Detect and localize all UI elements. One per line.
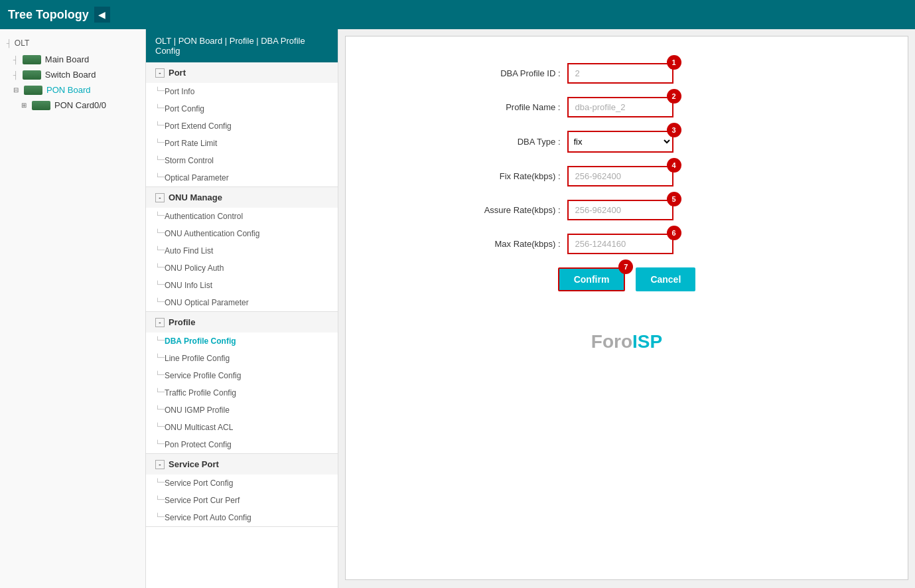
form-row-dba-profile-id: DBA Profile ID : 1: [428, 63, 826, 84]
main-board-icon: [23, 55, 41, 64]
pon-card-expand: ⊞: [21, 102, 27, 109]
form-row-profile-name: Profile Name : 2: [428, 97, 826, 117]
watermark-foro: Foro: [591, 331, 632, 352]
confirm-btn-wrapper: 7 Confirm: [558, 267, 626, 291]
port-expand-icon: -: [155, 68, 165, 78]
step-badge-7: 7: [618, 259, 633, 274]
pon-board-icon: [24, 86, 42, 95]
input-wrapper-profile-name: 2: [567, 97, 673, 117]
menu-item-storm-control[interactable]: Storm Control: [146, 152, 338, 169]
section-onu-manage-header[interactable]: - ONU Manage: [146, 187, 338, 208]
menu-item-port-config[interactable]: Port Config: [146, 100, 338, 117]
app-header: Tree Topology ◀: [0, 0, 915, 29]
watermark: ForoISP: [428, 331, 826, 352]
switch-board-icon: [23, 70, 41, 80]
main-board-label: Main Board: [45, 54, 89, 64]
form-row-assure-rate: Assure Rate(kbps) : 5: [428, 200, 826, 220]
pon-board-expand: ⊟: [13, 86, 19, 94]
menu-item-onu-optical-parameter[interactable]: ONU Optical Parameter: [146, 294, 338, 311]
menu-item-onu-multicast-acl[interactable]: ONU Multicast ACL: [146, 419, 338, 436]
watermark-isp: ISP: [632, 331, 662, 352]
max-rate-input[interactable]: [567, 234, 673, 254]
step-badge-1: 1: [667, 55, 681, 70]
toggle-sidebar-button[interactable]: ◀: [94, 7, 110, 23]
dba-profile-id-input[interactable]: [567, 63, 673, 84]
step-badge-2: 2: [667, 89, 681, 104]
input-wrapper-fix-rate: 4: [567, 166, 673, 186]
section-profile: - Profile DBA Profile Config Line Profil…: [146, 312, 338, 454]
service-port-section-label: Service Port: [169, 459, 219, 469]
form-buttons-row: 7 Confirm Cancel: [428, 267, 826, 291]
main-content: DBA Profile ID : 1 Profile Name : 2: [338, 29, 915, 588]
label-max-rate: Max Rate(kbps) :: [428, 239, 561, 249]
onu-manage-expand-icon: -: [155, 193, 165, 202]
label-dba-profile-id: DBA Profile ID :: [428, 68, 561, 78]
menu-item-onu-policy-auth[interactable]: ONU Policy Auth: [146, 259, 338, 277]
menu-item-onu-igmp-profile[interactable]: ONU IGMP Profile: [146, 402, 338, 419]
port-section-label: Port: [169, 68, 186, 78]
cancel-button[interactable]: Cancel: [636, 267, 695, 291]
content-box: DBA Profile ID : 1 Profile Name : 2: [345, 36, 908, 580]
input-wrapper-assure-rate: 5: [567, 200, 673, 220]
menu-item-service-port-cur-perf[interactable]: Service Port Cur Perf: [146, 492, 338, 509]
main-board-dash: ┤: [13, 56, 19, 64]
olt-label: OLT: [15, 38, 29, 48]
label-fix-rate: Fix Rate(kbps) :: [428, 171, 561, 181]
menu-item-port-rate-limit[interactable]: Port Rate Limit: [146, 135, 338, 152]
breadcrumb: OLT | PON Board | Profile | DBA Profile …: [146, 29, 338, 62]
section-onu-manage: - ONU Manage Authentication Control ONU …: [146, 187, 338, 312]
switch-board-dash: ┤: [13, 71, 19, 79]
menu-item-port-extend-config[interactable]: Port Extend Config: [146, 117, 338, 135]
label-profile-name: Profile Name :: [428, 102, 561, 112]
confirm-button[interactable]: Confirm: [558, 267, 626, 291]
menu-item-onu-auth-config[interactable]: ONU Authentication Config: [146, 225, 338, 242]
input-wrapper-max-rate: 6: [567, 234, 673, 254]
sidebar-item-pon-card[interactable]: ⊞ PON Card0/0: [0, 98, 145, 113]
service-port-expand-icon: -: [155, 460, 165, 469]
input-wrapper-dba-type: 3 fix assure max fix+assure assure+max f…: [567, 131, 673, 153]
switch-board-label: Switch Board: [45, 70, 96, 80]
pon-card-label: PON Card0/0: [54, 100, 106, 110]
menu-item-onu-info-list[interactable]: ONU Info List: [146, 277, 338, 294]
form-row-fix-rate: Fix Rate(kbps) : 4: [428, 166, 826, 186]
step-badge-3: 3: [667, 123, 681, 137]
menu-item-auto-find-list[interactable]: Auto Find List: [146, 242, 338, 259]
sidebar-item-switch-board[interactable]: ┤ Switch Board: [0, 67, 145, 82]
section-service-port: - Service Port Service Port Config Servi…: [146, 454, 338, 527]
form-row-max-rate: Max Rate(kbps) : 6: [428, 234, 826, 254]
label-dba-type: DBA Type :: [428, 137, 561, 147]
menu-item-port-info[interactable]: Port Info: [146, 83, 338, 100]
menu-item-service-port-config[interactable]: Service Port Config: [146, 475, 338, 492]
olt-dash: ┤: [7, 39, 12, 47]
middle-panel: OLT | PON Board | Profile | DBA Profile …: [146, 29, 338, 588]
menu-item-service-port-auto-config[interactable]: Service Port Auto Config: [146, 509, 338, 526]
sidebar-item-olt[interactable]: ┤ OLT: [0, 35, 145, 52]
menu-item-dba-profile-config[interactable]: DBA Profile Config: [146, 332, 338, 350]
input-wrapper-dba-profile-id: 1: [567, 63, 673, 84]
step-badge-4: 4: [667, 158, 681, 173]
section-profile-header[interactable]: - Profile: [146, 312, 338, 332]
onu-manage-section-label: ONU Manage: [169, 192, 222, 202]
profile-expand-icon: -: [155, 318, 165, 327]
section-service-port-header[interactable]: - Service Port: [146, 454, 338, 475]
menu-item-line-profile-config[interactable]: Line Profile Config: [146, 350, 338, 367]
menu-item-traffic-profile-config[interactable]: Traffic Profile Config: [146, 384, 338, 402]
app-title: Tree Topology: [8, 8, 89, 22]
pon-board-label: PON Board: [46, 85, 90, 95]
section-port: - Port Port Info Port Config Port Extend…: [146, 62, 338, 187]
menu-item-auth-control[interactable]: Authentication Control: [146, 208, 338, 225]
menu-item-pon-protect-config[interactable]: Pon Protect Config: [146, 436, 338, 453]
dba-type-select[interactable]: fix assure max fix+assure assure+max fix…: [567, 131, 673, 153]
fix-rate-input[interactable]: [567, 166, 673, 186]
sidebar: ┤ OLT ┤ Main Board ┤ Switch Board ⊟ PON …: [0, 29, 146, 588]
sidebar-item-main-board[interactable]: ┤ Main Board: [0, 52, 145, 67]
assure-rate-input[interactable]: [567, 200, 673, 220]
sidebar-item-pon-board[interactable]: ⊟ PON Board: [0, 82, 145, 98]
menu-item-optical-parameter[interactable]: Optical Parameter: [146, 169, 338, 186]
profile-section-label: Profile: [169, 317, 195, 327]
section-port-header[interactable]: - Port: [146, 62, 338, 83]
profile-name-input[interactable]: [567, 97, 673, 117]
menu-item-service-profile-config[interactable]: Service Profile Config: [146, 367, 338, 384]
label-assure-rate: Assure Rate(kbps) :: [428, 205, 561, 215]
pon-card-icon: [32, 101, 50, 110]
